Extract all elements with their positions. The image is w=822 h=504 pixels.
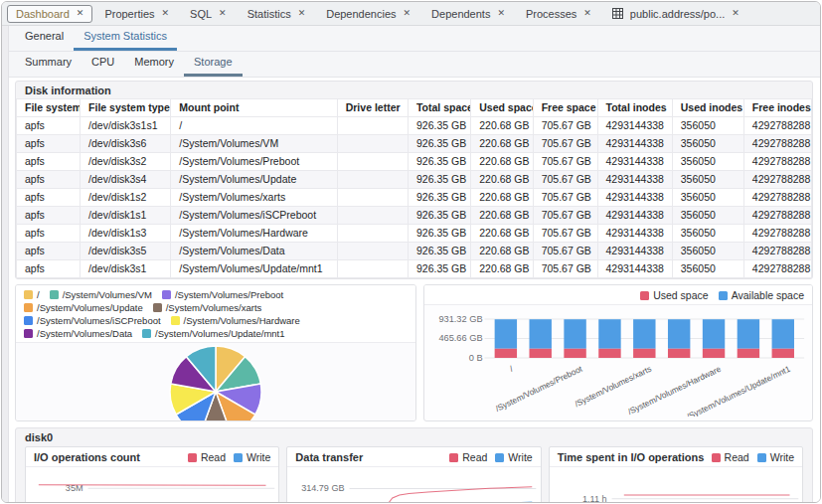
disk0-panel: disk0 I/O operations countReadWrite35M30…: [15, 427, 813, 502]
tab-memory[interactable]: Memory: [124, 51, 184, 77]
y-tick-label: 0 B: [469, 353, 483, 363]
table-cell: /System/Volumes/Hardware: [171, 225, 337, 243]
legend-label: /System/Volumes/VM: [63, 289, 152, 300]
legend-item-used-space: Used space: [640, 289, 708, 301]
close-icon[interactable]: ✕: [404, 9, 411, 18]
table-cell: /dev/disk3s6: [81, 135, 171, 153]
table-cell: 356050: [672, 260, 743, 278]
window-tab-statistics[interactable]: Statistics✕: [239, 5, 315, 23]
tab-cpu[interactable]: CPU: [82, 51, 124, 77]
tab-storage[interactable]: Storage: [184, 51, 243, 77]
disk-information-panel: Disk information File systemFile system …: [15, 81, 813, 279]
window-tab-dependencies[interactable]: Dependencies✕: [317, 5, 419, 23]
chart-title: Time spent in I/O operations: [558, 451, 705, 463]
table-cell: 705.67 GB: [533, 260, 597, 278]
tab-label: Dependents: [431, 8, 490, 20]
x-tick-label: /: [508, 363, 515, 373]
table-cell: /dev/disk3s4: [81, 171, 171, 189]
chart-legend: ReadWrite: [188, 451, 270, 463]
table-cell: 4292788288: [743, 189, 811, 207]
legend-swatch: [640, 291, 649, 300]
bar-used-: [495, 349, 517, 358]
legend-item-system-volumes-hardware: /System/Volumes/Hardware: [171, 315, 300, 326]
column-header-file-system-type: File system type: [81, 99, 171, 117]
column-header-drive-letter: Drive letter: [337, 99, 408, 117]
column-header-free-inodes: Free inodes: [743, 99, 811, 117]
close-icon[interactable]: ✕: [497, 9, 505, 18]
table-cell: 705.67 GB: [533, 189, 597, 207]
table-cell: 220.68 GB: [471, 171, 533, 189]
table-row: apfs/dev/disk1s1/System/Volumes/iSCPrebo…: [17, 207, 812, 225]
table-cell: 4293144338: [597, 260, 672, 278]
window-tab-processes[interactable]: Processes✕: [517, 5, 600, 23]
table-cell: 356050: [672, 207, 743, 225]
table-cell: /dev/disk3s1s1: [81, 117, 171, 135]
line-chart-area: 1.11 h: [550, 467, 802, 502]
legend-item-system-volumes-xarts: /System/Volumes/xarts: [153, 302, 262, 313]
table-cell: /System/Volumes/Update/mnt1: [171, 260, 337, 278]
y-tick-label: 1.11 h: [582, 494, 607, 502]
table-cell: apfs: [17, 207, 81, 225]
close-icon[interactable]: ✕: [77, 9, 84, 18]
close-icon[interactable]: ✕: [162, 9, 170, 18]
legend-label: /System/Volumes/Update: [37, 302, 143, 313]
table-cell: /System/Volumes/Data: [171, 243, 337, 260]
table-cell: 4293144338: [597, 135, 672, 153]
dashboard-content: GeneralSystem Statistics SummaryCPUMemor…: [9, 26, 820, 502]
tab-summary[interactable]: Summary: [15, 51, 82, 77]
legend-label: /System/Volumes/xarts: [166, 302, 262, 313]
bar-available-: [495, 319, 517, 349]
tab-label: Properties: [104, 8, 154, 20]
close-icon[interactable]: ✕: [298, 9, 306, 18]
legend-label: Used space: [653, 289, 708, 301]
table-cell: 220.68 GB: [471, 189, 533, 207]
table-cell: [337, 117, 408, 135]
legend-item-available-space: Available space: [719, 289, 804, 301]
bar-available-system-volumes-update: [598, 319, 620, 349]
bar-available-system-volumes-preboot: [564, 319, 585, 349]
bar-available-system-volumes-iscpreboot: [668, 319, 690, 349]
storage-scroll-area[interactable]: Disk information File systemFile system …: [9, 78, 820, 502]
table-cell: [337, 171, 408, 189]
window-tab-properties[interactable]: Properties✕: [95, 5, 178, 23]
chart-title: I/O operations count: [34, 451, 140, 463]
table-cell: apfs: [17, 117, 81, 135]
disk-information-table: File systemFile system typeMount pointDr…: [16, 98, 812, 278]
table-icon: [612, 8, 623, 19]
table-cell: 4292788288: [743, 153, 811, 171]
window-tab-sql[interactable]: SQL✕: [181, 5, 236, 23]
legend-item-read: Read: [712, 451, 749, 463]
column-header-total-space: Total space: [408, 99, 470, 117]
table-cell: 705.67 GB: [533, 135, 597, 153]
legend-label: Write: [508, 451, 532, 463]
legend-label: /System/Volumes/Preboot: [175, 289, 283, 300]
tab-system-statistics[interactable]: System Statistics: [74, 26, 177, 51]
table-cell: 926.35 GB: [408, 171, 470, 189]
window-tab-dashboard[interactable]: Dashboard✕: [7, 5, 92, 23]
table-cell: [337, 225, 408, 243]
bar-available-system-volumes-hardware: [703, 319, 725, 349]
bar-chart-area: 931.32 GB465.66 GB0 B//System/Volumes/Pr…: [424, 305, 812, 417]
dashboard-nav: GeneralSystem Statistics: [9, 26, 820, 52]
table-cell: 4292788288: [743, 225, 811, 243]
table-cell: [337, 135, 408, 153]
bar-chart-legend: Used spaceAvailable space: [424, 285, 812, 305]
column-header-total-inodes: Total inodes: [597, 99, 672, 117]
chart-card-time-spent-io: Time spent in I/O operationsReadWrite1.1…: [549, 446, 803, 502]
table-cell: apfs: [17, 260, 81, 278]
bar-used-system-volumes-data: [738, 349, 759, 358]
disk-information-title: Disk information: [16, 82, 812, 98]
chart-legend: ReadWrite: [712, 451, 794, 463]
table-cell: 4293144338: [597, 243, 672, 260]
column-header-used-space: Used space: [471, 99, 533, 117]
used-space-pie-panel: //System/Volumes/VM/System/Volumes/Prebo…: [15, 284, 416, 421]
tab-general[interactable]: General: [15, 26, 74, 51]
column-header-file-system: File system: [17, 99, 81, 117]
close-icon[interactable]: ✕: [219, 9, 227, 18]
close-icon[interactable]: ✕: [732, 9, 740, 18]
table-cell: apfs: [17, 225, 81, 243]
close-icon[interactable]: ✕: [583, 9, 591, 18]
window-tab-dependents[interactable]: Dependents✕: [422, 5, 514, 23]
window-tab-public-address-po[interactable]: public.address/po...✕: [603, 5, 748, 23]
table-cell: 926.35 GB: [408, 153, 470, 171]
